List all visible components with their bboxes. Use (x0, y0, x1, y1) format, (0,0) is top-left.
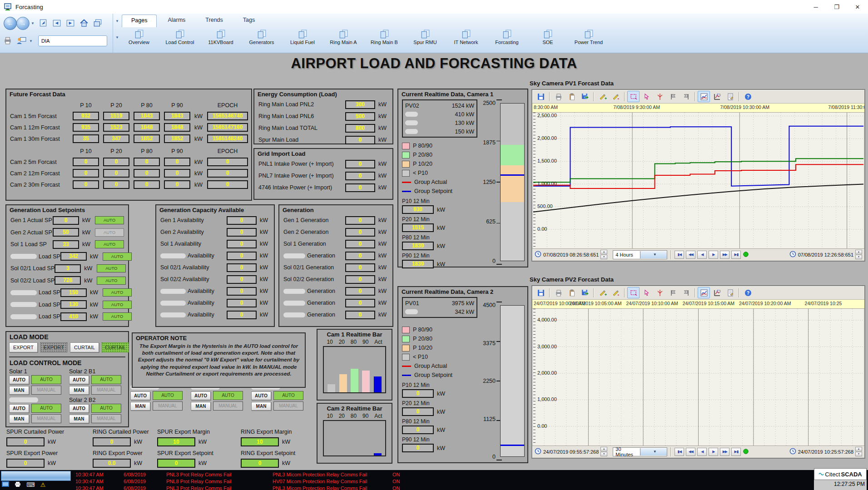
zoom-arrow-icon[interactable] (640, 287, 653, 298)
stat-value-box[interactable]: 0 (241, 459, 279, 468)
page-button-liquid-fuel[interactable]: Liquid Fuel (285, 28, 320, 53)
help-icon[interactable]: ? (742, 91, 754, 102)
auto-button[interactable]: AUTO (130, 391, 150, 400)
step-back-button[interactable]: ◀ (697, 448, 707, 456)
page-forward-button[interactable]: ▶▶ (720, 448, 729, 456)
new-window-icon[interactable] (92, 18, 103, 28)
keyboard-icon[interactable]: ⌨ (26, 481, 35, 488)
properties-icon[interactable] (724, 91, 736, 102)
tab-tags[interactable]: Tags (234, 15, 264, 27)
zoom-arrow-icon[interactable] (640, 91, 653, 102)
step-forward-button[interactable]: ▶ (709, 448, 718, 456)
auto-button[interactable]: AUTO (69, 404, 89, 413)
page-button-overview[interactable]: Overview (122, 28, 156, 53)
page-button-power-trend[interactable]: Power Trend (571, 28, 606, 53)
auto-button[interactable]: AUTO (9, 404, 29, 413)
alarm-warning-icon[interactable]: ⚠ (40, 481, 46, 488)
pan-back-icon[interactable] (667, 287, 679, 298)
nav-history-dropdown-icon[interactable]: ▼ (31, 21, 35, 25)
man-button[interactable]: MAN (69, 386, 89, 395)
print-button[interactable] (2, 35, 13, 45)
auto-button[interactable]: AUTO (9, 376, 29, 384)
zoom-box-icon[interactable] (627, 287, 640, 298)
end-time-spinner[interactable]: ▲▼ (855, 447, 862, 456)
stat-value-box[interactable]: 10 (157, 437, 195, 446)
page-button-ring-main-b[interactable]: Ring Main B (367, 28, 402, 53)
step-back-button[interactable]: ◀ (697, 251, 707, 259)
pan-forward-icon[interactable] (680, 91, 692, 102)
tab-pages[interactable]: Pages (122, 15, 157, 27)
properties-icon[interactable] (724, 287, 736, 298)
trend-preview[interactable] (1, 471, 71, 481)
page-forward-button[interactable]: ▶▶ (720, 251, 729, 259)
legend-icon[interactable] (698, 287, 710, 298)
stat-value-box[interactable]: 0 (157, 459, 195, 468)
jump-end-button[interactable]: ▶▮ (731, 251, 741, 259)
address-input[interactable] (38, 35, 107, 46)
load-mode-curtail-button[interactable]: CURTAIL (70, 342, 99, 352)
man-button[interactable]: MAN (9, 415, 29, 423)
pen-remove-icon[interactable]: - (610, 287, 622, 298)
mini-display-icon[interactable] (2, 481, 9, 488)
legend-icon[interactable] (698, 91, 710, 102)
pan-forward-icon[interactable] (680, 287, 692, 298)
auto-button[interactable]: AUTO (251, 391, 271, 400)
print-icon[interactable] (552, 91, 565, 102)
jump-start-button[interactable]: ▮◀ (675, 448, 684, 456)
page-button-generators[interactable]: Generators (244, 28, 279, 53)
close-button[interactable]: ✕ (847, 0, 868, 14)
page-back-button[interactable]: ◀◀ (686, 251, 695, 259)
alarm-row[interactable]: 10:30:47 AM6/08/2019PNL3 Prot Relay Comm… (75, 485, 575, 490)
save-icon[interactable] (535, 287, 547, 298)
start-time-spinner[interactable]: ▲▼ (600, 250, 607, 259)
span-dropdown[interactable]: 4 Hours▼ (613, 250, 667, 259)
minimize-button[interactable]: ─ (805, 0, 826, 14)
overlay-icon[interactable] (711, 287, 723, 298)
step-forward-button[interactable]: ▶ (709, 251, 718, 259)
paste-icon[interactable] (565, 287, 578, 298)
paste-icon[interactable] (565, 91, 578, 102)
page-forward-button[interactable] (64, 18, 76, 28)
tabs-overflow-icon[interactable]: ▼ (115, 19, 119, 23)
home-button[interactable] (78, 18, 89, 28)
end-time-spinner[interactable]: ▲▼ (855, 250, 862, 259)
export-icon[interactable] (579, 287, 591, 298)
page-button-forcasting[interactable]: Forcasting (490, 28, 524, 53)
zoom-box-icon[interactable] (627, 91, 640, 102)
span-dropdown[interactable]: 30 Minutes▼ (613, 447, 667, 456)
page-back-button[interactable]: ◀◀ (686, 448, 695, 456)
man-button[interactable]: MAN (69, 415, 89, 423)
load-mode-curtail-button[interactable]: CURTAIL (102, 342, 129, 352)
stat-value-box[interactable]: 10 (241, 437, 279, 446)
page-button-soe[interactable]: SOE (531, 28, 565, 53)
maximize-button[interactable]: ❐ (826, 0, 847, 14)
load-mode-export-button[interactable]: EXPORT (40, 342, 67, 352)
page-button-it-network[interactable]: IT Network (449, 28, 483, 53)
pen-add-icon[interactable]: + (596, 91, 609, 102)
page-button-ring-main-a[interactable]: Ring Main A (326, 28, 361, 53)
alarm-row[interactable]: 10:30:47 AM6/08/2019PNL3 Prot Relay Comm… (75, 471, 575, 478)
user-dropdown-icon[interactable]: ▼ (29, 39, 33, 43)
auto-button[interactable]: AUTO (69, 376, 89, 384)
start-time-spinner[interactable]: ▲▼ (600, 447, 607, 456)
page-back-button[interactable] (51, 18, 62, 28)
man-button[interactable]: MAN (191, 402, 211, 411)
forward-button[interactable]: → (16, 17, 30, 30)
print-icon[interactable] (552, 287, 565, 298)
user-display-button[interactable] (15, 35, 27, 45)
cursor-tool-icon[interactable] (654, 91, 666, 102)
pen-add-icon[interactable]: + (596, 287, 609, 298)
man-button[interactable]: MAN (130, 402, 150, 411)
pen-remove-icon[interactable]: - (610, 91, 622, 102)
overlay-icon[interactable] (711, 91, 723, 102)
help-icon[interactable]: ? (742, 287, 754, 298)
alarm-row[interactable]: 10:30:47 AM6/08/2019PNL8 Prot Relay Comm… (75, 478, 575, 485)
page-button-11kvboard[interactable]: 11KVBoard (203, 28, 238, 53)
pin-page-button[interactable] (37, 18, 49, 28)
load-mode-export-button[interactable]: EXPORT (9, 342, 38, 352)
pan-back-icon[interactable] (667, 91, 679, 102)
tab-alarms[interactable]: Alarms (159, 15, 194, 27)
jump-end-button[interactable]: ▶▮ (731, 448, 741, 456)
back-button[interactable]: ← (4, 17, 17, 30)
export-icon[interactable] (579, 91, 591, 102)
